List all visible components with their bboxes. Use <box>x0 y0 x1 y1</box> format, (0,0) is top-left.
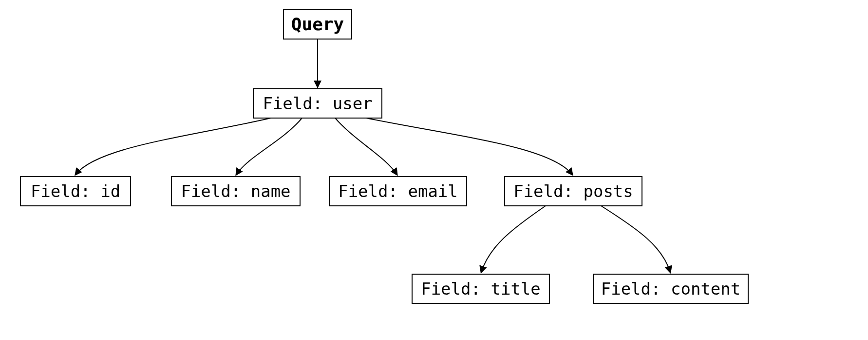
edge-user-posts <box>366 118 572 175</box>
node-field-name-label: Field: name <box>181 181 290 201</box>
node-field-title: Field: title <box>412 274 549 303</box>
edge-user-id <box>75 118 271 175</box>
node-field-content: Field: content <box>593 274 748 303</box>
node-field-content-label: Field: content <box>601 279 741 299</box>
node-field-name: Field: name <box>171 177 300 206</box>
query-tree-diagram: Query Field: user Field: id Field: name … <box>0 0 868 340</box>
node-field-title-label: Field: title <box>421 279 541 299</box>
node-query: Query <box>283 10 352 39</box>
edge-posts-title <box>481 206 546 272</box>
edge-user-name <box>236 118 302 175</box>
node-field-user: Field: user <box>253 89 382 118</box>
edge-posts-content <box>601 206 670 272</box>
node-field-id-label: Field: id <box>31 181 120 201</box>
node-field-user-label: Field: user <box>263 94 372 113</box>
node-field-posts: Field: posts <box>505 177 642 206</box>
node-field-id: Field: id <box>20 177 131 206</box>
node-query-label: Query <box>291 14 344 34</box>
node-field-email: Field: email <box>329 177 467 206</box>
node-field-email-label: Field: email <box>338 181 458 201</box>
node-field-posts-label: Field: posts <box>513 181 633 201</box>
edge-user-email <box>335 118 397 175</box>
